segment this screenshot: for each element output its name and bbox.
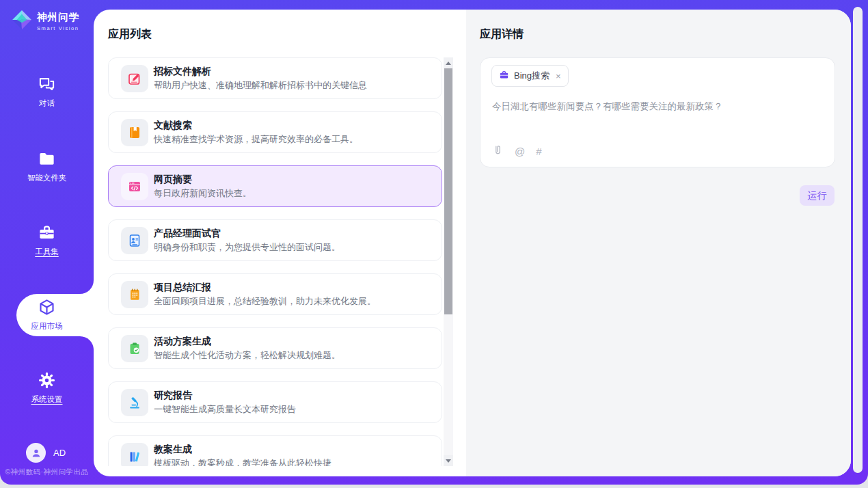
app-description: 模板驱动，教案秒成，教学准备从此轻松快捷 (154, 457, 331, 466)
sidebar-item-label: 应用市场 (31, 321, 63, 331)
run-button[interactable]: 运行 (800, 185, 835, 206)
user-account[interactable]: AD (26, 443, 66, 463)
paperclip-icon[interactable] (492, 144, 504, 159)
tool-chip-bing-search[interactable]: Bing搜索 × (491, 65, 569, 87)
app-description: 明确身份和职责，为您提供专业性的面试问题。 (154, 241, 340, 254)
pen-square-icon (121, 65, 148, 92)
mention-icon[interactable]: @ (515, 146, 525, 157)
app-card-research-report[interactable]: 研究报告 一键智能生成高质量长文本研究报告 (108, 381, 442, 423)
resume-person-icon (121, 227, 148, 254)
app-list-title: 应用列表 (108, 27, 152, 42)
app-description: 全面回顾项目进展，总结经验教训，助力未来优化发展。 (154, 295, 376, 308)
sidebar-item-toolset[interactable]: 工具集 (0, 223, 94, 257)
active-nav-curve-bottom (80, 336, 94, 350)
logo-subtitle: Smart Vision (37, 25, 79, 31)
app-name: 招标文件解析 (154, 66, 211, 78)
app-name: 网页摘要 (154, 174, 192, 186)
sidebar-item-app-market[interactable]: 应用市场 (0, 298, 94, 331)
sidebar-item-label: 工具集 (35, 247, 59, 257)
app-name: 教案生成 (154, 444, 192, 456)
scroll-down-icon (446, 459, 451, 463)
query-input-text[interactable]: 今日湖北有哪些新闻要点？有哪些需要关注的最新政策？ (492, 100, 723, 113)
page-scrollbar[interactable] (853, 7, 863, 473)
app-card-lesson-plan[interactable]: 教案生成 模板驱动，教案秒成，教学准备从此轻松快捷 (108, 435, 442, 466)
app-name: 研究报告 (154, 390, 192, 402)
app-description: 智能生成个性化活动方案，轻松解决规划难题。 (154, 349, 340, 362)
app-description: 每日政府新闻资讯快查。 (154, 187, 252, 200)
app-description: 快速精准查找学术资源，提高研究效率的必备工具。 (154, 133, 358, 146)
app-card-bid-analysis[interactable]: 招标文件解析 帮助用户快速、准确地理解和解析招标书中的关键信息 (108, 57, 442, 99)
browser-code-icon (121, 173, 148, 200)
chat-icon (0, 75, 94, 94)
toolbox-icon (0, 223, 94, 242)
app-card-web-summary[interactable]: 网页摘要 每日政府新闻资讯快查。 (108, 165, 442, 207)
main-content: 应用列表 招标文件解析 帮助用户快速、准确地理解和解析招标书中的关键信息 (94, 10, 851, 476)
scrollbar-thumb[interactable] (444, 68, 452, 314)
microscope-icon (121, 389, 148, 416)
scrollbar-up-button[interactable] (444, 57, 453, 68)
sidebar-item-smart-folder[interactable]: 智能文件夹 (0, 150, 94, 183)
tool-chip-label: Bing搜索 (514, 70, 550, 82)
chip-close-icon[interactable]: × (556, 71, 561, 81)
sidebar: 神州问学 Smart Vision 对话 智能文件夹 (0, 0, 94, 485)
query-composer[interactable]: Bing搜索 × 今日湖北有哪些新闻要点？有哪些需要关注的最新政策？ @ # (480, 57, 835, 167)
sidebar-item-label: 系统设置 (31, 394, 63, 405)
scroll-up-icon (446, 62, 451, 65)
list-scrollbar[interactable] (444, 57, 453, 466)
gear-icon (0, 371, 94, 390)
composer-toolbar: @ # (492, 144, 542, 159)
logo-diamond-icon (12, 10, 32, 33)
app-description: 一键智能生成高质量长文本研究报告 (154, 403, 296, 416)
app-name: 产品经理面试官 (154, 228, 221, 240)
sidebar-item-settings[interactable]: 系统设置 (0, 371, 94, 405)
app-name: 活动方案生成 (154, 336, 211, 348)
logo-title: 神州问学 (37, 11, 79, 24)
sidebar-item-chat[interactable]: 对话 (0, 75, 94, 109)
book-icon (121, 119, 148, 146)
cube-icon (0, 298, 94, 316)
active-nav-curve-top (80, 280, 94, 294)
app-detail-panel: 应用详情 Bing搜索 × 今日湖北有哪些新闻要点？有哪些需要关注的最新政策？ (466, 10, 851, 476)
app-logo: 神州问学 Smart Vision (12, 10, 79, 33)
avatar (26, 443, 46, 463)
briefcase-icon (499, 70, 509, 83)
app-card-project-summary[interactable]: 项目总结汇报 全面回顾项目进展，总结经验教训，助力未来优化发展。 (108, 273, 442, 315)
clipboard-check-icon (121, 335, 148, 362)
notepad-icon (121, 281, 148, 308)
app-list: 招标文件解析 帮助用户快速、准确地理解和解析招标书中的关键信息 文献搜索 快速精… (108, 57, 442, 466)
app-name: 项目总结汇报 (154, 282, 211, 294)
user-initials: AD (53, 448, 66, 458)
app-name: 文献搜索 (154, 120, 192, 132)
hash-icon[interactable]: # (536, 146, 541, 157)
sidebar-item-label: 对话 (39, 98, 55, 109)
scrollbar-down-button[interactable] (444, 455, 453, 466)
books-icon (121, 443, 148, 466)
app-card-literature-search[interactable]: 文献搜索 快速精准查找学术资源，提高研究效率的必备工具。 (108, 111, 442, 153)
sidebar-item-label: 智能文件夹 (27, 173, 67, 183)
app-card-pm-interviewer[interactable]: 产品经理面试官 明确身份和职责，为您提供专业性的面试问题。 (108, 219, 442, 261)
app-card-event-plan[interactable]: 活动方案生成 智能生成个性化活动方案，轻松解决规划难题。 (108, 327, 442, 369)
app-description: 帮助用户快速、准确地理解和解析招标书中的关键信息 (154, 79, 367, 92)
app-detail-title: 应用详情 (480, 27, 524, 42)
folder-icon (0, 150, 94, 168)
sidebar-footer-credit: ©神州数码·神州问学出品 (0, 467, 94, 477)
